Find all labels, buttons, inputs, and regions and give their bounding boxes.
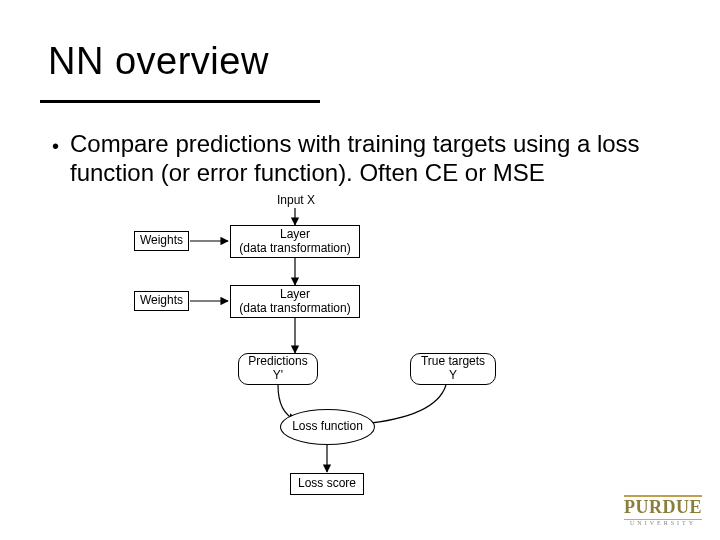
bullet-text: Compare predictions with training target… bbox=[70, 130, 640, 186]
diagram-layer-1: Layer (data transformation) bbox=[230, 225, 360, 258]
bullet-dot: • bbox=[52, 134, 59, 158]
diagram-true-targets: True targets Y bbox=[410, 353, 496, 385]
diagram-predictions: Predictions Y' bbox=[238, 353, 318, 385]
logo-sub: UNIVERSITY bbox=[624, 519, 702, 526]
diagram-loss-function: Loss function bbox=[280, 409, 375, 445]
diagram-input-label: Input X bbox=[277, 193, 315, 207]
bullet-item: • Compare predictions with training targ… bbox=[70, 130, 660, 188]
nn-diagram: Input X Weights Weights Layer (data tran… bbox=[130, 195, 560, 515]
slide: NN overview • Compare predictions with t… bbox=[0, 0, 720, 540]
diagram-layer-2: Layer (data transformation) bbox=[230, 285, 360, 318]
title-underline bbox=[40, 100, 320, 103]
diagram-weights-2: Weights bbox=[134, 291, 189, 311]
diagram-loss-score: Loss score bbox=[290, 473, 364, 495]
logo-main: PURDUE bbox=[624, 495, 702, 518]
diagram-weights-1: Weights bbox=[134, 231, 189, 251]
footer-logo: PURDUE UNIVERSITY bbox=[624, 495, 702, 526]
page-title: NN overview bbox=[48, 40, 269, 83]
